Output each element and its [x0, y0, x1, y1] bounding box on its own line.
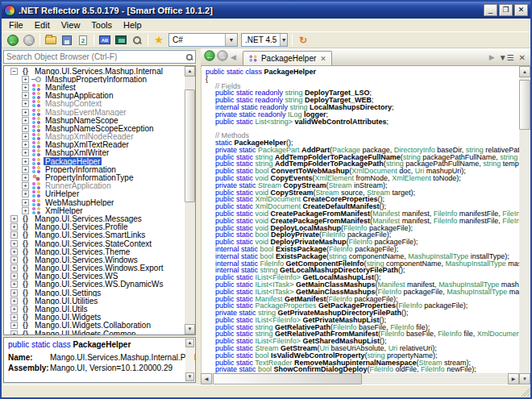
scroll-up-icon[interactable]: ▲: [185, 339, 194, 347]
maximize-button[interactable]: ❐: [499, 4, 513, 16]
resize-grip[interactable]: [521, 387, 530, 397]
code-hscrollbar[interactable]: ◀ ▶: [201, 373, 519, 384]
language-select[interactable]: C# ▼: [168, 33, 238, 47]
tree-expander[interactable]: +: [22, 125, 29, 132]
tree-item[interactable]: +{}Mango.UI.Utils: [4, 305, 185, 313]
tree-expander[interactable]: +: [22, 84, 29, 91]
tree-expander[interactable]: +: [10, 264, 18, 272]
open-button[interactable]: [44, 33, 58, 47]
panel-close-icon[interactable]: ✕: [519, 53, 526, 62]
tree-item[interactable]: +PropertyInformationType: [4, 173, 185, 181]
assembly-browser-button[interactable]: AB: [98, 33, 112, 47]
tree-item[interactable]: +{}Mango.UI.Widgets.Collaboration: [4, 322, 185, 330]
menu-help[interactable]: Help: [118, 19, 148, 31]
nav-back-button[interactable]: ←: [204, 50, 214, 60]
scroll-up-icon[interactable]: ▲: [519, 66, 530, 77]
tree-item[interactable]: +{}Mango.UI.Utilities: [4, 297, 185, 305]
menu-tools[interactable]: Tools: [85, 19, 118, 31]
chevron-down-icon[interactable]: ▼: [280, 34, 287, 46]
tree-expander[interactable]: +: [22, 109, 29, 116]
tree-item[interactable]: +PackageHelper: [4, 157, 185, 165]
tree-item[interactable]: +MashupXmlTextReader: [4, 141, 185, 149]
tab-close-icon[interactable]: ✕: [320, 55, 326, 63]
tree-item[interactable]: +RunnerApplication: [4, 182, 185, 190]
tab-scroll-left-icon[interactable]: ◀: [231, 53, 236, 61]
tree-expander[interactable]: +: [10, 248, 18, 256]
tree-expander[interactable]: +: [10, 322, 18, 329]
scrollbar-thumb[interactable]: [213, 373, 362, 384]
refresh-button[interactable]: 2: [76, 33, 90, 47]
tree-item[interactable]: +IMashupPropertyInformation: [4, 75, 185, 83]
details-scrollbar[interactable]: ▲ ▼: [185, 339, 194, 381]
tree-item[interactable]: +{}Mango.UI.Widgets: [4, 314, 185, 322]
tree-expander[interactable]: +: [10, 215, 18, 222]
nav-forward-button[interactable]: →: [217, 50, 227, 60]
tree-expander[interactable]: +: [22, 92, 29, 99]
scroll-down-icon[interactable]: ▼: [185, 372, 194, 381]
back-button[interactable]: ←: [6, 33, 20, 47]
resource-viewer-button[interactable]: [114, 33, 128, 47]
tree-item[interactable]: +{}Mango.UI.Services.WS.DynamicWs: [4, 281, 185, 289]
tree-item[interactable]: +{}Mango.UI.Settings: [4, 289, 185, 297]
tree-item[interactable]: +{}Mango.UI.Widgets.Common: [4, 330, 185, 335]
code-line[interactable]: public static class PackageHelper: [206, 69, 519, 76]
tab-packagehelper[interactable]: PackageHelper ✕: [243, 51, 332, 65]
tree-item[interactable]: +MashupContext: [4, 100, 185, 108]
code-line[interactable]: {: [206, 76, 519, 83]
tree-item[interactable]: +MashupApplication: [4, 92, 185, 100]
tree-expander[interactable]: +: [10, 223, 18, 231]
tree-expander[interactable]: +: [22, 182, 29, 189]
tree-expander[interactable]: +: [10, 231, 18, 239]
scroll-left-icon[interactable]: ◀: [201, 373, 212, 384]
tree-expander[interactable]: +: [22, 141, 29, 148]
scroll-down-icon[interactable]: ▼: [185, 324, 195, 335]
tab-menu-icon[interactable]: ▼☰: [499, 53, 514, 62]
tree-item[interactable]: +PropertyInformation: [4, 165, 185, 173]
scroll-down-icon[interactable]: ▼: [519, 373, 530, 384]
tree-expander[interactable]: +: [22, 133, 29, 140]
tree-expander[interactable]: −: [10, 68, 18, 75]
chevron-down-icon[interactable]: ▼: [225, 34, 237, 46]
code-vscrollbar[interactable]: ▲ ▼: [519, 66, 530, 384]
tree-item[interactable]: +MashupEventManager: [4, 108, 185, 116]
search-input[interactable]: [4, 52, 185, 61]
tree-item[interactable]: +{}Mango.UI.Services.SmartLinks: [4, 231, 185, 239]
tree-item[interactable]: +XmlHelper: [4, 206, 185, 214]
close-button[interactable]: ✕: [514, 4, 528, 16]
tree-item[interactable]: +WebMashupHelper: [4, 198, 185, 206]
save-button[interactable]: [60, 33, 74, 47]
tree-item[interactable]: +{}Mango.UI.Services.Theme: [4, 247, 185, 256]
tree-expander[interactable]: +: [22, 166, 29, 173]
tree-item[interactable]: +UriHelper: [4, 190, 185, 198]
minimize-button[interactable]: _: [484, 4, 497, 16]
tree-expander[interactable]: +: [10, 272, 18, 280]
scrollbar-thumb[interactable]: [519, 80, 530, 130]
tree-expander[interactable]: +: [22, 199, 29, 206]
tree-item[interactable]: +{}Mango.UI.Services.WS: [4, 272, 185, 281]
tree-expander[interactable]: +: [10, 297, 18, 305]
tree-expander[interactable]: +: [22, 100, 29, 107]
forward-button[interactable]: →: [22, 33, 36, 47]
tree-expander[interactable]: +: [22, 76, 29, 83]
tree-item[interactable]: +MashupXmlWriter: [4, 149, 185, 157]
menu-edit[interactable]: Edit: [29, 19, 56, 31]
tree-expander[interactable]: +: [22, 158, 29, 165]
tree-expander[interactable]: +: [22, 149, 29, 156]
framework-select[interactable]: .NET 4.5 ▼: [241, 33, 288, 47]
tree-item[interactable]: +MashupNameScope: [4, 116, 185, 124]
tree-item[interactable]: +{}Mango.UI.Services.Profile: [4, 223, 185, 231]
scroll-up-icon[interactable]: ▲: [185, 66, 195, 77]
code-line[interactable]: public static List<string> validWebContr…: [215, 118, 519, 126]
tree-expander[interactable]: +: [22, 207, 29, 214]
tree-expander[interactable]: +: [10, 281, 18, 288]
update-check-button[interactable]: ↻: [296, 33, 310, 47]
tree-expander[interactable]: +: [22, 117, 29, 124]
favorites-button[interactable]: ★: [152, 33, 166, 47]
tree-item[interactable]: +MashupNameScopeException: [4, 124, 185, 132]
tree-expander[interactable]: +: [10, 314, 18, 321]
tree-item[interactable]: −{}Mango.UI.Services.Mashup.Internal: [4, 67, 185, 75]
tree-expander[interactable]: +: [10, 305, 18, 313]
tree-scrollbar[interactable]: ▲ ▼: [185, 66, 195, 335]
tree-item[interactable]: +{}Mango.UI.Services.Windows: [4, 256, 185, 264]
scrollbar-thumb[interactable]: [185, 89, 195, 202]
